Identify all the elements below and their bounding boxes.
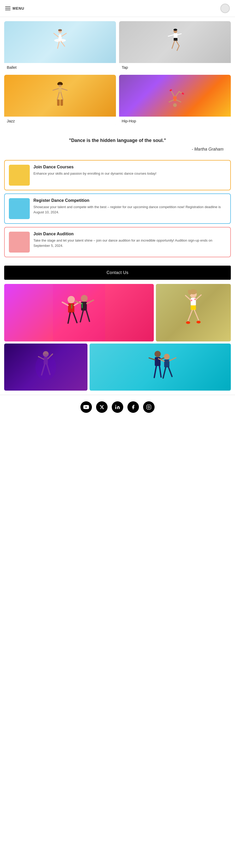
linkedin-icon[interactable]	[112, 401, 123, 413]
twitter-x-icon[interactable]	[96, 401, 108, 413]
svg-point-63	[186, 321, 190, 324]
svg-line-24	[57, 92, 59, 100]
svg-line-62	[195, 310, 199, 320]
contact-btn-container: Contact Us	[0, 261, 235, 284]
svg-line-76	[154, 366, 156, 377]
svg-rect-49	[53, 284, 105, 341]
facebook-icon[interactable]	[127, 401, 139, 413]
gallery-item-magenta	[4, 284, 154, 341]
svg-point-2	[54, 39, 66, 42]
svg-line-3	[54, 33, 59, 37]
svg-rect-10	[174, 33, 177, 38]
jazz-dancer-svg	[49, 80, 70, 112]
svg-line-15	[176, 41, 179, 46]
svg-rect-50	[82, 303, 83, 308]
category-card-hiphop[interactable]: Hip-Hop	[119, 75, 231, 125]
svg-point-28	[173, 103, 177, 107]
svg-point-71	[35, 354, 56, 380]
audition-desc: Take the stage and let your talent shine…	[33, 238, 226, 248]
youtube-icon[interactable]	[80, 401, 92, 413]
category-card-jazz[interactable]: Jazz	[4, 75, 116, 125]
contact-us-button[interactable]: Contact Us	[4, 266, 231, 280]
svg-line-60	[196, 295, 201, 300]
category-label-ballet: Ballet	[4, 63, 116, 72]
competition-desc: Showcase your talent and compete with th…	[33, 205, 226, 215]
gallery-dancers-svg	[4, 284, 154, 341]
svg-line-5	[58, 41, 59, 49]
header: MENU	[0, 0, 235, 17]
svg-point-84	[115, 405, 116, 406]
svg-line-59	[186, 296, 191, 300]
action-cards: Join Dance Courses Enhance your skills a…	[0, 156, 235, 261]
competition-content: Register Dance Competition Showcase your…	[33, 198, 226, 215]
svg-rect-27	[61, 99, 63, 105]
action-card-competition[interactable]: Register Dance Competition Showcase your…	[4, 193, 231, 224]
gallery-couple-dancer-svg	[90, 344, 231, 391]
instagram-icon[interactable]	[143, 401, 155, 413]
tap-image	[119, 21, 231, 63]
competition-title: Register Dance Competition	[33, 198, 226, 203]
ballet-image	[4, 21, 116, 63]
category-label-jazz: Jazz	[4, 117, 116, 125]
gallery-bottom-section	[0, 344, 235, 395]
svg-line-34	[176, 100, 181, 102]
svg-line-16	[177, 46, 179, 51]
svg-line-14	[172, 41, 175, 49]
svg-point-9	[173, 29, 177, 31]
quote-author: - Martha Graham	[6, 147, 229, 152]
hiphop-dancer-svg	[165, 80, 186, 112]
svg-rect-11	[174, 38, 177, 41]
svg-line-22	[53, 89, 59, 90]
action-card-courses[interactable]: Join Dance Courses Enhance your skills a…	[4, 160, 231, 190]
gallery-section	[0, 284, 235, 344]
gallery-item-olive	[156, 284, 231, 341]
ballet-dancer-svg	[49, 26, 70, 58]
hiphop-image	[119, 75, 231, 117]
jazz-image	[4, 75, 116, 117]
svg-point-20	[61, 83, 63, 85]
categories-grid: Ballet Ta	[0, 17, 235, 129]
svg-point-72	[154, 351, 161, 357]
svg-rect-58	[191, 305, 196, 310]
gallery-jump-dancer-svg	[156, 284, 231, 341]
svg-line-25	[61, 92, 63, 100]
svg-line-30	[171, 90, 174, 96]
courses-content: Join Dance Courses Enhance your skills a…	[33, 165, 226, 176]
svg-line-81	[169, 358, 176, 361]
svg-line-31	[176, 92, 179, 96]
quote-section: "Dance is the hidden language of the sou…	[0, 129, 235, 156]
svg-line-6	[61, 41, 65, 46]
footer	[0, 395, 235, 419]
svg-rect-73	[155, 357, 160, 366]
category-label-hiphop: Hip-Hop	[119, 117, 231, 125]
svg-rect-21	[59, 87, 62, 92]
svg-rect-79	[164, 360, 169, 367]
courses-title: Join Dance Courses	[33, 165, 226, 169]
svg-line-61	[188, 310, 193, 320]
svg-line-12	[168, 35, 174, 36]
menu-label: MENU	[12, 6, 24, 10]
category-card-tap[interactable]: Tap	[119, 21, 231, 72]
svg-rect-26	[57, 99, 60, 105]
audition-content: Join Dance Audition Take the stage and l…	[33, 231, 226, 248]
svg-line-74	[149, 358, 155, 360]
avatar[interactable]	[221, 4, 230, 13]
svg-rect-85	[147, 405, 151, 409]
gallery-purple-dancer-svg	[4, 344, 88, 391]
svg-line-83	[168, 367, 172, 376]
category-card-ballet[interactable]: Ballet	[4, 21, 116, 72]
courses-desc: Enhance your skills and passion by enrol…	[33, 171, 226, 176]
svg-line-82	[163, 367, 166, 378]
svg-point-86	[148, 406, 150, 408]
svg-rect-29	[173, 96, 177, 101]
menu-area[interactable]: MENU	[5, 6, 24, 10]
svg-line-13	[177, 34, 181, 35]
action-card-audition[interactable]: Join Dance Audition Take the stage and l…	[4, 227, 231, 257]
svg-line-23	[62, 89, 67, 90]
svg-point-35	[169, 89, 172, 92]
competition-color-block	[9, 198, 30, 219]
quote-text: "Dance is the hidden language of the sou…	[6, 137, 229, 144]
svg-point-64	[197, 321, 201, 323]
audition-title: Join Dance Audition	[33, 231, 226, 236]
hamburger-icon[interactable]	[5, 6, 10, 10]
